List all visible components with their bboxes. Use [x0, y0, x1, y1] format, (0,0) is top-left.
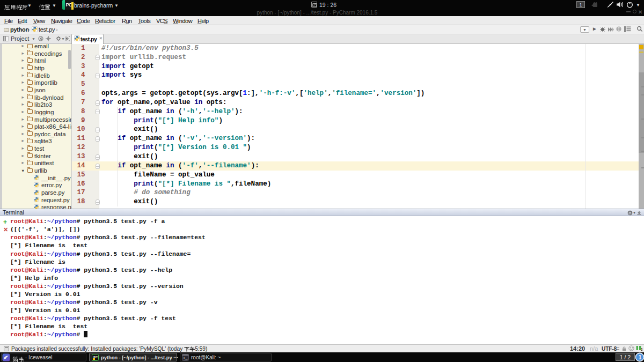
svg-text:1: 1 — [639, 354, 642, 360]
svg-text:PC: PC — [93, 356, 98, 359]
svg-text:›_: ›_ — [183, 356, 188, 360]
svg-text:1: 1 — [641, 348, 642, 351]
